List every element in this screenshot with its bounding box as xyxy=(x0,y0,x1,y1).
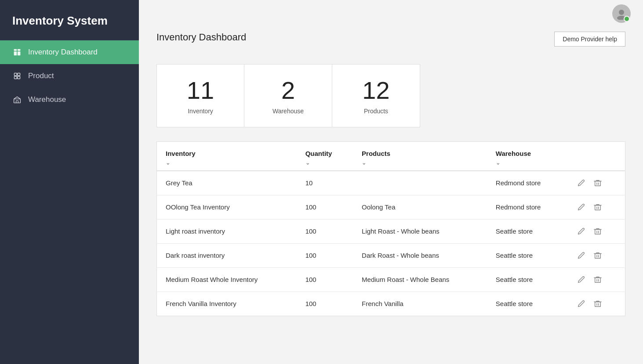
stat-card-inventory: 11 Inventory xyxy=(156,64,244,127)
svg-rect-1 xyxy=(18,49,21,51)
cell-inventory: French Vanilla Inventory xyxy=(157,292,297,316)
stat-card-warehouse: 2 Warehouse xyxy=(244,64,332,127)
svg-point-11 xyxy=(617,16,626,20)
edit-button[interactable] xyxy=(575,178,587,188)
cell-products xyxy=(353,171,487,195)
svg-rect-17 xyxy=(595,302,601,306)
table-row: Light roast inventory100Light Roast - Wh… xyxy=(157,219,625,243)
sort-chevron-inventory[interactable]: ⌄ xyxy=(166,160,170,166)
sort-chevron-warehouse[interactable]: ⌄ xyxy=(496,160,500,166)
stat-products-number: 12 xyxy=(362,77,389,104)
cell-quantity: 100 xyxy=(297,219,353,243)
product-icon xyxy=(12,71,22,81)
page-content: Inventory Dashboard Demo Provider help 1… xyxy=(139,27,643,334)
svg-rect-6 xyxy=(14,76,17,79)
topbar xyxy=(139,0,643,27)
sidebar-item-label: Inventory Dashboard xyxy=(28,48,98,57)
delete-button[interactable] xyxy=(592,202,603,212)
demo-help-button[interactable]: Demo Provider help xyxy=(554,32,625,47)
cell-actions xyxy=(567,195,625,219)
cell-products: Light Roast - Whole beans xyxy=(353,219,487,243)
cell-inventory: Light roast inventory xyxy=(157,219,297,243)
col-header-warehouse: Warehouse ⌄ xyxy=(487,141,567,171)
dashboard-icon xyxy=(12,47,22,57)
table-row: OOlong Tea Inventory100Oolong TeaRedmond… xyxy=(157,195,625,219)
stat-warehouse-label: Warehouse xyxy=(272,108,304,115)
cell-actions xyxy=(567,243,625,267)
col-header-inventory: Inventory ⌄ xyxy=(157,141,297,171)
cell-inventory: Medium Roast Whole Inventory xyxy=(157,267,297,292)
cell-warehouse: Redmond store xyxy=(487,171,567,195)
top-content-row: Inventory Dashboard Demo Provider help xyxy=(156,32,625,54)
cell-warehouse: Seattle store xyxy=(487,267,567,292)
sort-chevron-products[interactable]: ⌄ xyxy=(362,160,366,166)
cell-quantity: 100 xyxy=(297,243,353,267)
cell-products: Medium Roast - Whole Beans xyxy=(353,267,487,292)
page-title: Inventory Dashboard xyxy=(156,32,246,43)
delete-button[interactable] xyxy=(592,178,603,188)
svg-rect-16 xyxy=(595,278,601,282)
cell-inventory: Dark roast inventory xyxy=(157,243,297,267)
svg-rect-0 xyxy=(14,49,17,51)
svg-rect-15 xyxy=(595,253,601,258)
svg-rect-5 xyxy=(18,73,20,76)
delete-button[interactable] xyxy=(592,227,603,236)
svg-point-10 xyxy=(619,10,624,15)
table-row: French Vanilla Inventory100French Vanill… xyxy=(157,292,625,316)
sidebar: Inventory System Inventory Dashboard Pro… xyxy=(0,0,139,364)
cell-actions xyxy=(567,267,625,292)
svg-rect-12 xyxy=(595,181,601,186)
sidebar-item-warehouse[interactable]: Warehouse xyxy=(0,88,139,112)
stat-products-label: Products xyxy=(364,108,388,115)
sidebar-item-product[interactable]: Product xyxy=(0,64,139,88)
inventory-table: Inventory ⌄ Quantity ⌄ xyxy=(156,141,625,316)
cell-warehouse: Seattle store xyxy=(487,292,567,316)
cell-warehouse: Seattle store xyxy=(487,219,567,243)
cell-products: Dark Roast - Whole beans xyxy=(353,243,487,267)
col-header-products: Products ⌄ xyxy=(353,141,487,171)
cell-warehouse: Redmond store xyxy=(487,195,567,219)
col-header-quantity: Quantity ⌄ xyxy=(297,141,353,171)
svg-rect-13 xyxy=(595,205,601,210)
cell-actions xyxy=(567,171,625,195)
edit-button[interactable] xyxy=(575,251,587,260)
edit-button[interactable] xyxy=(575,275,587,285)
table-row: Dark roast inventory100Dark Roast - Whol… xyxy=(157,243,625,267)
cell-actions xyxy=(567,292,625,316)
table-row: Medium Roast Whole Inventory100Medium Ro… xyxy=(157,267,625,292)
stat-inventory-label: Inventory xyxy=(188,108,213,115)
delete-button[interactable] xyxy=(592,299,603,309)
svg-rect-4 xyxy=(14,73,17,76)
stat-warehouse-number: 2 xyxy=(281,77,295,104)
edit-button[interactable] xyxy=(575,299,587,309)
cell-warehouse: Seattle store xyxy=(487,243,567,267)
warehouse-icon xyxy=(12,95,22,105)
svg-rect-2 xyxy=(14,51,17,55)
stat-inventory-number: 11 xyxy=(187,77,214,104)
cell-products: French Vanilla xyxy=(353,292,487,316)
edit-button[interactable] xyxy=(575,227,587,236)
svg-rect-7 xyxy=(18,76,20,79)
cell-quantity: 100 xyxy=(297,292,353,316)
delete-button[interactable] xyxy=(592,275,603,285)
cell-inventory: OOlong Tea Inventory xyxy=(157,195,297,219)
edit-button[interactable] xyxy=(575,202,587,212)
main-content: Inventory Dashboard Demo Provider help 1… xyxy=(139,0,643,364)
sidebar-item-label: Product xyxy=(28,72,54,80)
stats-row: 11 Inventory 2 Warehouse 12 Products xyxy=(156,64,625,127)
delete-button[interactable] xyxy=(592,251,603,260)
stat-card-products: 12 Products xyxy=(332,64,420,127)
sidebar-item-inventory-dashboard[interactable]: Inventory Dashboard xyxy=(0,40,139,64)
svg-rect-14 xyxy=(595,229,601,234)
cell-inventory: Grey Tea xyxy=(157,171,297,195)
table-body: Grey Tea10Redmond store OOlong Tea Inven… xyxy=(157,171,625,316)
cell-actions xyxy=(567,219,625,243)
table-row: Grey Tea10Redmond store xyxy=(157,171,625,195)
sort-chevron-quantity[interactable]: ⌄ xyxy=(305,160,310,166)
app-title: Inventory System xyxy=(0,0,139,40)
cell-quantity: 100 xyxy=(297,267,353,292)
table-header-row: Inventory ⌄ Quantity ⌄ xyxy=(157,141,625,171)
cell-quantity: 100 xyxy=(297,195,353,219)
avatar xyxy=(612,4,631,23)
sidebar-item-label: Warehouse xyxy=(28,95,66,104)
